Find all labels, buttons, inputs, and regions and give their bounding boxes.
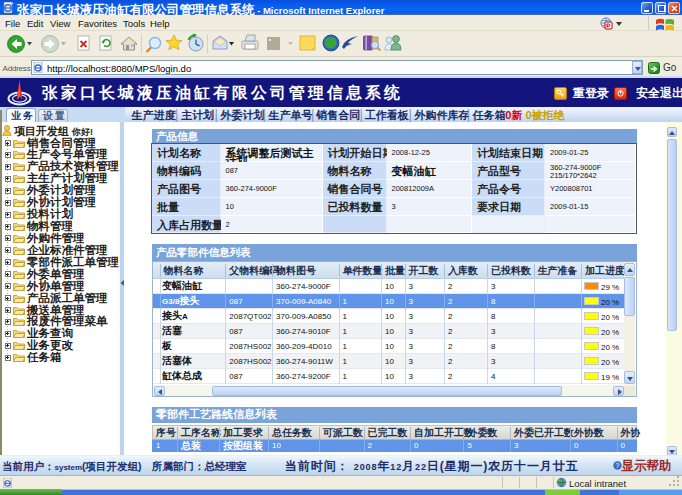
svg-text:?: ? <box>616 462 620 469</box>
